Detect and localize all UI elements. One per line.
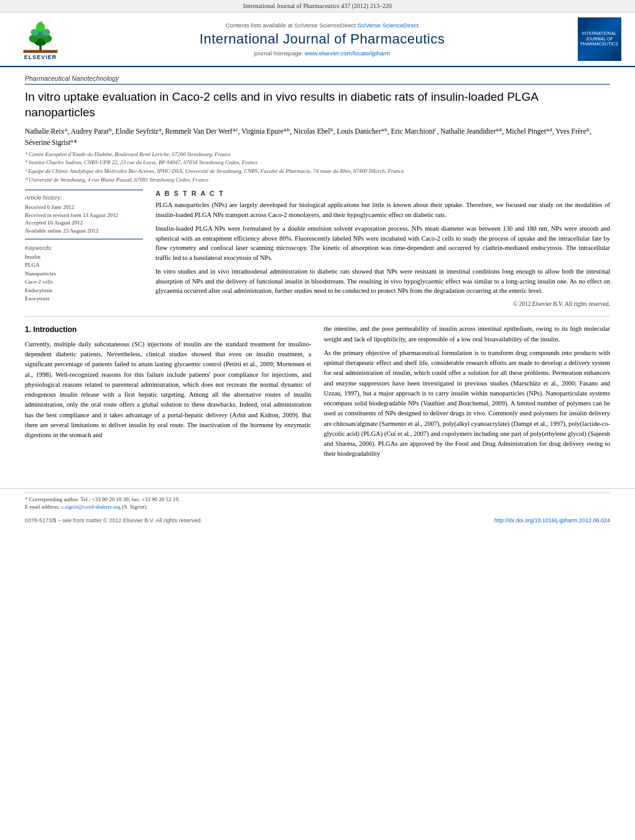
kw-caco2: Caco-2 cells <box>25 278 143 287</box>
email-label: E-mail address: <box>25 504 61 510</box>
kw-insulin: Insulin <box>25 253 143 262</box>
email-suffix: (S. Sigrist). <box>122 504 147 510</box>
abstract-column: A B S T R A C T PLGA nanoparticles (NPs)… <box>155 190 610 308</box>
abstract-para1: PLGA nanoparticles (NPs) are largely dev… <box>155 200 610 220</box>
body-right-para1: the intestine, and the poor permeability… <box>324 324 611 344</box>
revised-date: Received in revised form 13 August 2012 <box>25 211 143 219</box>
email-link[interactable]: s.sigrist@ceed-diabete.org <box>61 504 121 510</box>
footer-area: * Corresponding author. Tel.: +33 90 20 … <box>0 488 635 511</box>
email-footnote: E-mail address: s.sigrist@ceed-diabete.o… <box>25 503 610 511</box>
elsevier-label: ELSEVIER <box>24 54 57 60</box>
journal-homepage: journal homepage: www.elsevier.com/locat… <box>254 50 391 57</box>
main-content: Pharmaceutical Nanotechnology In vitro u… <box>0 67 635 476</box>
authors: Nathalie Reixᵃ, Audrey Paratᵇ, Elodie Se… <box>25 126 610 148</box>
online-date: Available online 23 August 2012 <box>25 227 143 235</box>
affil-b: ᵇ Institut Charles Sadron, CNRS-UPR 22, … <box>25 159 610 167</box>
received-date: Received 6 June 2012 <box>25 203 143 211</box>
section-label: Pharmaceutical Nanotechnology <box>25 75 610 85</box>
body-left-para1: Currently, multiple daily subcutaneous (… <box>25 339 312 441</box>
svg-rect-8 <box>24 50 58 53</box>
copyright-line: © 2012 Elsevier B.V. All rights reserved… <box>155 300 610 308</box>
logo-text: INTERNATIONAL JOURNAL OF PHARMACEUTICS <box>580 31 619 47</box>
authors-text: Nathalie Reixᵃ, Audrey Paratᵇ, Elodie Se… <box>25 127 591 145</box>
article-info-box: Article history: Received 6 June 2012 Re… <box>25 190 143 239</box>
body-two-col: 1. Introduction Currently, multiple dail… <box>25 324 610 463</box>
kw-plga: PLGA <box>25 261 143 270</box>
header-bar: International Journal of Pharmaceutics 4… <box>0 0 635 12</box>
abstract-text: PLGA nanoparticles (NPs) are largely dev… <box>155 200 610 308</box>
affil-c: ᶜ Equipe de Chimie Analytique des Molécu… <box>25 167 610 175</box>
article-info-abstract: Article history: Received 6 June 2012 Re… <box>25 190 610 308</box>
issn-line: 0378-5173/$ – see front matter © 2012 El… <box>25 517 202 524</box>
abstract-para2: Insulin-loaded PLGA NPs were formulated … <box>155 224 610 263</box>
article-history-title: Article history: <box>25 194 143 201</box>
abstract-para3: In vitro studies and in vivo intraduoden… <box>155 267 610 296</box>
affiliations: ᵃ Centre Européen d’Etude du Diabète, Bo… <box>25 150 610 183</box>
journal-header: 🌿 ELSEVIER Contents lists available at S… <box>0 12 635 67</box>
footer-bottom: 0378-5173/$ – see front matter © 2012 El… <box>0 515 635 526</box>
elsevier-logo: 🌿 ELSEVIER <box>12 17 68 61</box>
journal-ref: International Journal of Pharmaceutics 4… <box>243 2 392 9</box>
affil-d: ᵈ Université de Strasbourg, 4 rue Blaise… <box>25 176 610 184</box>
keywords-section: Keywords: Insulin PLGA Nanoparticles Cac… <box>25 244 143 303</box>
kw-nanoparticles: Nanoparticles <box>25 270 143 279</box>
body-left-col: 1. Introduction Currently, multiple dail… <box>25 324 312 463</box>
elsevier-tree-icon: 🌿 <box>22 19 59 53</box>
kw-endocytosis: Endocytosis <box>25 287 143 295</box>
contents-text: Contents lists available at SciVerse Sci… <box>226 22 356 29</box>
page-wrapper: International Journal of Pharmaceutics 4… <box>0 0 635 526</box>
accepted-date: Accepted 16 August 2012 <box>25 219 143 227</box>
abstract-title: A B S T R A C T <box>155 190 610 197</box>
journal-logo-img: INTERNATIONAL JOURNAL OF PHARMACEUTICS <box>578 17 621 61</box>
section1-heading: 1. Introduction <box>25 324 312 336</box>
journal-logo-box: INTERNATIONAL JOURNAL OF PHARMACEUTICS <box>576 17 623 61</box>
left-column: Article history: Received 6 June 2012 Re… <box>25 190 143 308</box>
affil-a: ᵃ Centre Européen d’Etude du Diabète, Bo… <box>25 150 610 159</box>
footnote-divider: * Corresponding author. Tel.: +33 90 20 … <box>25 492 610 511</box>
doi-line: http://dx.doi.org/10.1016/j.ijpharm.2012… <box>494 517 610 524</box>
keywords-title: Keywords: <box>25 244 143 251</box>
body-right-col: the intestine, and the poor permeability… <box>324 324 611 463</box>
contents-line: Contents lists available at SciVerse Sci… <box>226 22 419 29</box>
journal-title: International Journal of Pharmaceutics <box>200 31 445 47</box>
sciverse-link[interactable]: SciVerse ScienceDirect <box>358 22 419 29</box>
body-right-para2: As the primary objective of pharmaceutic… <box>324 348 611 459</box>
corresponding-author: * Corresponding author. Tel.: +33 90 20 … <box>25 496 610 504</box>
svg-text:🌿: 🌿 <box>39 21 43 25</box>
kw-exocytosis: Exocytosis <box>25 295 143 303</box>
homepage-url[interactable]: www.elsevier.com/locate/ijpharm <box>305 50 390 57</box>
doi-link[interactable]: http://dx.doi.org/10.1016/j.ijpharm.2012… <box>494 517 610 524</box>
article-title: In vitro uptake evaluation in Caco-2 cel… <box>25 90 610 120</box>
journal-center: Contents lists available at SciVerse Sci… <box>78 17 567 61</box>
body-divider <box>25 316 610 316</box>
homepage-label: journal homepage: <box>254 50 304 57</box>
